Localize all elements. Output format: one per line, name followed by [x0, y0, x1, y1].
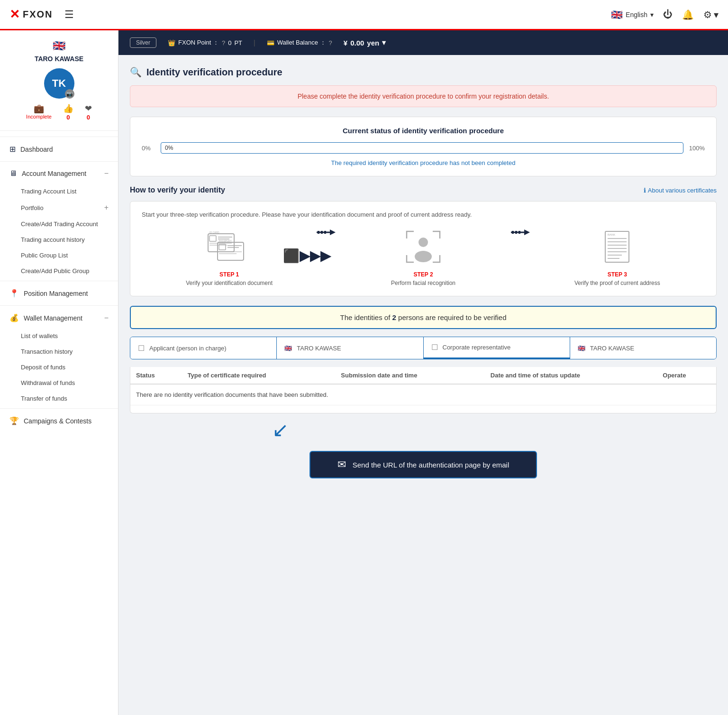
- wallet-help-icon[interactable]: ?: [329, 39, 332, 46]
- sidebar-item-transfer-of-funds[interactable]: Transfer of funds: [0, 391, 118, 406]
- currency-symbol: ¥: [344, 39, 347, 47]
- avatar: TK 📷: [44, 68, 74, 99]
- bell-icon[interactable]: 🔔: [682, 9, 694, 20]
- progress-bar: 0%: [161, 142, 683, 154]
- col-cert-type: Type of certificate required: [182, 367, 336, 384]
- steps-row: ID CARD PASSPORT STEP 1: [142, 228, 705, 286]
- arrow1-icon: ⬛▶▶▶: [283, 248, 331, 264]
- main-content: 🔍 Identity verification procedure Please…: [118, 55, 728, 715]
- collapse-icon: −: [104, 169, 109, 178]
- sidebar-item-dashboard[interactable]: ⊞ Dashboard: [0, 139, 118, 159]
- step2-icon: [404, 229, 442, 265]
- step3-label: STEP 3: [530, 271, 705, 278]
- applicant-flag-icon: 🇬🇧: [284, 345, 292, 352]
- col-status: Status: [130, 367, 182, 384]
- col-operate: Operate: [657, 367, 716, 384]
- svg-text:BANK: BANK: [608, 233, 615, 236]
- gear-button[interactable]: ⚙ ▾: [703, 9, 719, 20]
- nav-right: 🇬🇧 English ▾ ⏻ 🔔 ⚙ ▾: [611, 9, 719, 20]
- pin-icon: 📍: [9, 289, 19, 298]
- applicant-name: TARO KAWASE: [297, 345, 341, 352]
- power-icon[interactable]: ⏻: [663, 9, 673, 20]
- svg-rect-24: [515, 231, 517, 234]
- position-management-label: Position Management: [24, 290, 88, 297]
- steps-card: Start your three-step verification proce…: [130, 201, 717, 296]
- sidebar-item-withdrawal-of-funds[interactable]: Withdrawal of funds: [0, 375, 118, 391]
- applicant-tab[interactable]: ☐ Applicant (person in charge): [130, 337, 277, 359]
- profile-flag-icon: 🇬🇧: [8, 40, 110, 52]
- persons-text2: persons are required to be verified: [396, 313, 507, 321]
- step-2: STEP 2 Perform facial recognition: [336, 228, 510, 286]
- corporate-tab-icon: ☐: [431, 343, 438, 352]
- hamburger-button[interactable]: ☰: [61, 7, 78, 23]
- applicant-tab-label: Applicant (person in charge): [149, 345, 227, 352]
- page-title-row: 🔍 Identity verification procedure: [130, 66, 717, 78]
- verify-header: How to verify your identity ℹ About vari…: [130, 186, 717, 194]
- persons-count: 2: [392, 313, 396, 321]
- svg-text:PASSPORT: PASSPORT: [219, 239, 232, 242]
- sidebar-item-list-of-wallets[interactable]: List of wallets: [0, 328, 118, 344]
- step2-desc: Perform facial recognition: [336, 280, 510, 286]
- send-email-button[interactable]: ✉ Send the URL of the authentication pag…: [309, 451, 537, 478]
- how-to-title: How to verify your identity: [130, 186, 225, 194]
- sidebar-item-portfolio[interactable]: Portfolio +: [0, 199, 118, 216]
- progress-note: The required identity verification proce…: [142, 159, 705, 166]
- user-profile: 🇬🇧 TARO KAWASE TK 📷 💼 Incomplete 👍 0 ❤ 0: [0, 30, 118, 131]
- language-selector[interactable]: 🇬🇧 English ▾: [611, 9, 654, 20]
- sidebar-item-campaigns-contests[interactable]: 🏆 Campaigns & Contests: [0, 411, 118, 431]
- step1-desc: Verify your identification document: [142, 280, 317, 286]
- logo[interactable]: ✕ FXON: [9, 7, 53, 22]
- step3-desc: Verify the proof of current address: [530, 280, 705, 286]
- crown-icon: 👑: [168, 39, 175, 46]
- corporate-tab[interactable]: ☐ Corporate representative: [424, 337, 570, 359]
- applicant-tab-icon: ☐: [138, 344, 145, 353]
- fxon-points-unit: PT: [234, 39, 242, 46]
- email-envelope-icon: ✉: [337, 458, 346, 471]
- profile-name: TARO KAWASE: [8, 55, 110, 63]
- applicant-name-tab[interactable]: 🇬🇧 TARO KAWASE: [277, 337, 423, 359]
- info-icon: ℹ: [644, 187, 646, 194]
- svg-marker-22: [524, 229, 530, 235]
- amount-value: 0.00: [350, 39, 364, 47]
- svg-marker-15: [330, 229, 336, 235]
- sidebar-item-deposit-of-funds[interactable]: Deposit of funds: [0, 359, 118, 375]
- corporate-name-tab[interactable]: 🇬🇧 TARO KAWASE: [570, 337, 716, 359]
- heart-icon: ❤: [85, 103, 92, 114]
- identity-search-icon: 🔍: [130, 66, 142, 78]
- top-navigation: ✕ FXON ☰ 🇬🇧 English ▾ ⏻ 🔔 ⚙ ▾: [0, 0, 728, 30]
- step2-arrow: [511, 228, 530, 251]
- thumbs-stat: 👍 0: [63, 103, 73, 121]
- sidebar-item-transaction-history[interactable]: Transaction history: [0, 344, 118, 359]
- step2-icon-wrap: [400, 228, 447, 266]
- heart-stat: ❤ 0: [85, 103, 92, 121]
- about-certificates-link[interactable]: ℹ About various certificates: [644, 187, 717, 194]
- sidebar-item-trading-account-history[interactable]: Trading account history: [0, 232, 118, 248]
- sidebar-item-wallet-management[interactable]: 💰 Wallet Management −: [0, 308, 118, 328]
- step1-label: STEP 1: [142, 271, 317, 278]
- sidebar-item-position-management[interactable]: 📍 Position Management: [0, 283, 118, 303]
- avatar-initials: TK: [52, 77, 66, 90]
- step2-label: STEP 2: [336, 271, 510, 278]
- amount-display[interactable]: ¥ 0.00 yen ▾: [344, 38, 386, 47]
- svg-text:ID CARD: ID CARD: [209, 231, 219, 234]
- alert-box: Please complete the identity verificatio…: [130, 85, 717, 107]
- svg-rect-23: [512, 231, 514, 234]
- sidebar: 🇬🇧 TARO KAWASE TK 📷 💼 Incomplete 👍 0 ❤ 0: [0, 30, 118, 715]
- sidebar-item-trading-account-list[interactable]: Trading Account List: [0, 183, 118, 199]
- camera-icon[interactable]: 📷: [65, 89, 74, 99]
- wallet-card-icon: 💳: [267, 39, 274, 46]
- status-card: Current status of identity verification …: [130, 117, 717, 176]
- wallet-collapse-icon: −: [104, 314, 109, 322]
- sidebar-item-public-group-list[interactable]: Public Group List: [0, 248, 118, 263]
- heart-value: 0: [85, 114, 92, 121]
- content-area: Silver 👑 FXON Point ： ? 0 PT | 💳 Wallet …: [118, 30, 728, 715]
- sidebar-item-create-add-public-group[interactable]: Create/Add Public Group: [0, 263, 118, 279]
- sidebar-item-create-add-trading[interactable]: Create/Add Trading Account: [0, 216, 118, 232]
- sidebar-item-account-management[interactable]: 🖥 Account Management −: [0, 164, 118, 183]
- portfolio-plus-icon[interactable]: +: [104, 203, 109, 212]
- fxon-help-icon[interactable]: ?: [222, 39, 225, 46]
- logo-text: FXON: [23, 9, 53, 20]
- svg-rect-16: [318, 231, 319, 234]
- arrow2-svg: [511, 228, 530, 237]
- svg-rect-25: [519, 231, 520, 234]
